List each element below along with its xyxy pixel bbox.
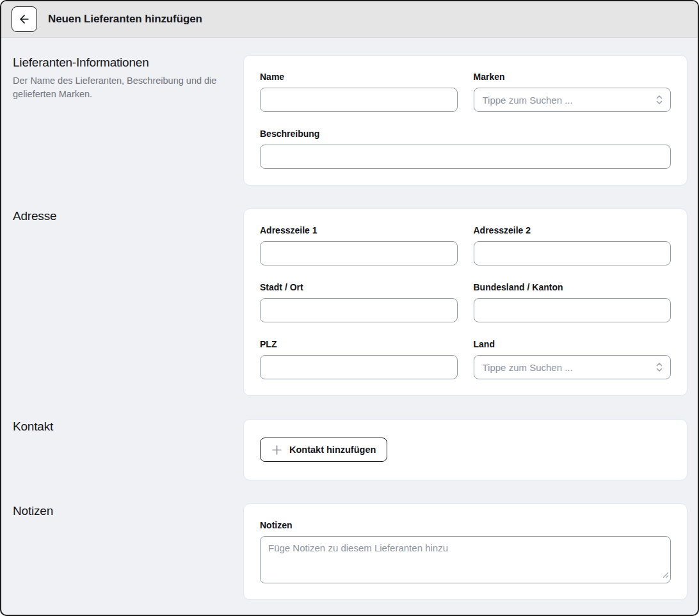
contact-card: Kontakt hinzufügen (243, 419, 687, 480)
notes-heading: Notizen (13, 504, 225, 518)
supplier-info-description: Der Name des Lieferanten, Beschreibung u… (13, 74, 225, 101)
address-line1-label: Adresszeile 1 (260, 225, 458, 235)
address-card: Adresszeile 1 Adresszeile 2 Stadt / Ort … (243, 209, 687, 396)
back-button[interactable] (12, 6, 37, 32)
section-contact: Kontakt Kontakt hinzufügen (12, 419, 687, 480)
section-address: Adresse Adresszeile 1 Adresszeile 2 Stad… (12, 209, 687, 396)
section-supplier-info-intro: Lieferanten-Informationen Der Name des L… (12, 55, 243, 101)
chevron-up-down-icon (655, 362, 663, 373)
brands-select[interactable]: Tippe zum Suchen ... (474, 88, 671, 112)
city-group: Stadt / Ort (260, 282, 458, 322)
address-line2-input[interactable] (474, 241, 671, 265)
add-contact-button[interactable]: Kontakt hinzufügen (260, 438, 387, 462)
page-title: Neuen Lieferanten hinzufügen (48, 13, 202, 26)
address-line2-label: Adresszeile 2 (474, 225, 671, 235)
city-input[interactable] (260, 298, 458, 322)
description-label: Beschreibung (260, 129, 671, 139)
page-header: Neuen Lieferanten hinzufügen (1, 1, 698, 38)
section-supplier-info: Lieferanten-Informationen Der Name des L… (12, 55, 687, 186)
section-notes-intro: Notizen (12, 503, 243, 523)
address-line1-input[interactable] (260, 241, 458, 265)
section-notes: Notizen Notizen (12, 503, 687, 600)
add-supplier-page: Neuen Lieferanten hinzufügen Lieferanten… (0, 0, 699, 616)
form-content: Lieferanten-Informationen Der Name des L… (1, 38, 698, 600)
zip-label: PLZ (260, 339, 458, 349)
state-label: Bundesland / Kanton (474, 282, 671, 292)
address-line1-group: Adresszeile 1 (260, 225, 458, 265)
description-input[interactable] (260, 145, 671, 169)
brands-select-placeholder: Tippe zum Suchen ... (483, 95, 573, 106)
address-line2-group: Adresszeile 2 (474, 225, 671, 265)
name-label: Name (260, 72, 458, 82)
name-field-group: Name (260, 72, 458, 112)
brands-field-group: Marken Tippe zum Suchen ... (474, 72, 671, 112)
zip-input[interactable] (260, 355, 458, 379)
country-select-placeholder: Tippe zum Suchen ... (483, 362, 573, 373)
zip-group: PLZ (260, 339, 458, 379)
state-group: Bundesland / Kanton (474, 282, 671, 322)
city-label: Stadt / Ort (260, 282, 458, 292)
chevron-up-down-icon (655, 95, 663, 106)
supplier-info-heading: Lieferanten-Informationen (13, 56, 225, 70)
notes-label: Notizen (260, 520, 671, 530)
brands-label: Marken (474, 72, 671, 82)
add-contact-button-label: Kontakt hinzufügen (289, 445, 376, 455)
country-select[interactable]: Tippe zum Suchen ... (474, 355, 671, 379)
state-input[interactable] (474, 298, 671, 322)
description-field-group: Beschreibung (260, 129, 671, 169)
country-group: Land Tippe zum Suchen ... (474, 339, 671, 379)
address-heading: Adresse (13, 209, 225, 223)
notes-field-group: Notizen (260, 520, 671, 583)
supplier-info-card: Name Marken Tippe zum Suchen ... (243, 55, 687, 186)
name-input[interactable] (260, 88, 458, 112)
plus-icon (271, 445, 282, 455)
notes-textarea[interactable] (260, 536, 671, 583)
contact-heading: Kontakt (13, 420, 225, 434)
section-address-intro: Adresse (12, 209, 243, 228)
arrow-left-icon (18, 13, 31, 26)
section-contact-intro: Kontakt (12, 419, 243, 438)
notes-card: Notizen (243, 503, 687, 600)
country-label: Land (474, 339, 671, 349)
